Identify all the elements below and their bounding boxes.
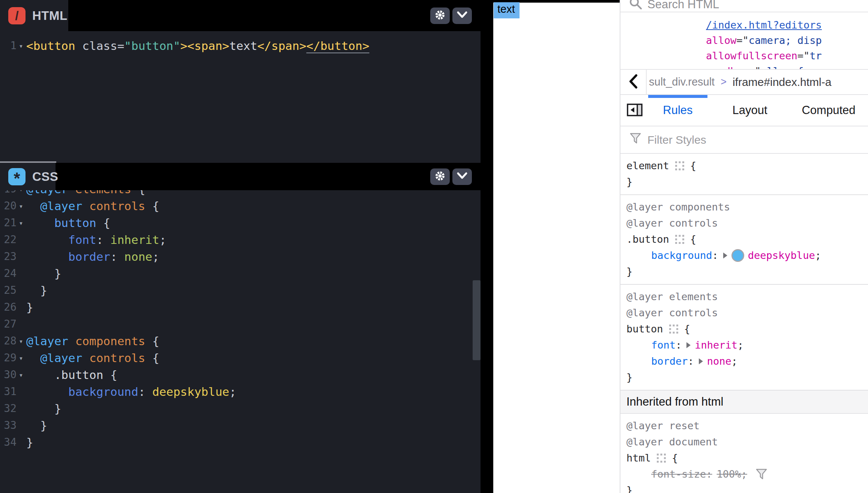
at-layer-label: @layer elements: [626, 289, 868, 305]
pane-toggle-button[interactable]: [626, 103, 643, 118]
css-icon: *: [8, 168, 26, 185]
code-line-content: border: none;: [26, 250, 159, 263]
declaration-semicolon: ;: [731, 355, 737, 367]
html-panel-actions: [430, 8, 472, 24]
code-line-content: }: [26, 284, 47, 297]
open-brace: {: [690, 160, 696, 171]
css-declaration[interactable]: background:deepskyblue;: [626, 247, 868, 263]
html-code-editor[interactable]: 1▾<button class="button"><span>text</spa…: [0, 31, 481, 162]
rule-selector-line[interactable]: button{: [626, 321, 868, 337]
declaration-text: border:none;: [651, 355, 737, 367]
markup-line[interactable]: /index.html?editors: [620, 17, 868, 33]
code-line-content: }: [26, 436, 33, 449]
breadcrumb-parent-node[interactable]: sult_div.result: [649, 76, 715, 88]
chevron-down-icon: [457, 172, 468, 181]
code-line: 29▾ @layer controls {: [0, 349, 481, 366]
code-line-content: @layer elements {: [26, 190, 145, 196]
property-value[interactable]: inherit: [695, 339, 737, 351]
line-gutter: 33: [0, 419, 26, 431]
rule-selector[interactable]: button: [626, 323, 663, 335]
property-value[interactable]: none: [707, 355, 731, 367]
grid-dots-icon[interactable]: [675, 161, 684, 170]
property-name[interactable]: font: [651, 339, 676, 351]
code-line-content: }: [26, 419, 47, 432]
property-value[interactable]: deepskyblue: [748, 250, 815, 261]
overridden-filter-icon[interactable]: [755, 469, 767, 480]
grid-dots-icon[interactable]: [657, 454, 666, 463]
at-layer-label: @layer components: [626, 199, 868, 215]
code-line: 27: [0, 316, 481, 332]
css-code-editor[interactable]: 19▾@layer elements {20▾ @layer controls …: [0, 190, 481, 493]
expand-arrow-icon[interactable]: [698, 358, 703, 365]
previewed-button-element[interactable]: text: [494, 2, 520, 18]
property-name[interactable]: border: [651, 355, 688, 367]
property-name[interactable]: background: [651, 250, 712, 261]
html-settings-button[interactable]: [430, 8, 450, 24]
css-panel-tab[interactable]: * CSS: [0, 163, 56, 190]
markup-line[interactable]: allow="camera; disp: [620, 33, 868, 48]
search-html-input[interactable]: Search HTML: [620, 0, 868, 12]
fold-arrow-icon[interactable]: ▾: [17, 354, 26, 362]
tab-computed[interactable]: Computed: [793, 95, 864, 126]
property-colon: :: [706, 468, 712, 480]
css-settings-button[interactable]: [430, 168, 450, 185]
html-icon: /: [8, 7, 26, 24]
rule-selector-line[interactable]: .button{: [626, 231, 868, 247]
line-number: 20: [4, 200, 17, 212]
line-gutter: 25: [0, 284, 26, 296]
expand-arrow-icon[interactable]: [686, 342, 691, 349]
css-panel-title: CSS: [32, 170, 58, 184]
line-number: 24: [4, 267, 17, 280]
code-line: 20▾ @layer controls {: [0, 197, 481, 214]
close-brace: }: [626, 263, 868, 280]
color-swatch[interactable]: [731, 249, 744, 262]
property-value[interactable]: 100%: [717, 468, 741, 480]
css-declaration[interactable]: border:none;: [626, 353, 868, 369]
tab-rules[interactable]: Rules: [648, 95, 707, 126]
rule-selector-line[interactable]: html{: [626, 450, 868, 466]
css-declaration[interactable]: font:inherit;: [626, 337, 868, 353]
declaration-semicolon: ;: [741, 468, 747, 480]
expand-arrow-icon[interactable]: [723, 252, 728, 259]
html-panel-tab[interactable]: / HTML: [0, 0, 68, 31]
declaration-semicolon: ;: [737, 339, 743, 351]
grid-dots-icon[interactable]: [675, 235, 684, 244]
breadcrumb-selected-node[interactable]: iframe#index.html-a: [733, 76, 868, 89]
css-declaration[interactable]: font-size:100%;: [626, 466, 868, 482]
markup-view[interactable]: /index.html?editorsallow="camera; dispal…: [620, 12, 868, 69]
line-gutter: 31: [0, 385, 26, 398]
search-inner: Search HTML: [629, 0, 719, 12]
breadcrumb-back-button[interactable]: [620, 70, 647, 94]
line-number: 34: [4, 436, 17, 448]
at-layer-label: @layer controls: [626, 215, 868, 231]
panel-resize-handle[interactable]: [0, 161, 56, 163]
filter-styles-input[interactable]: Filter Styles: [620, 126, 868, 154]
fold-arrow-icon[interactable]: ▾: [17, 371, 26, 379]
fold-arrow-icon[interactable]: ▾: [17, 190, 26, 193]
markup-line[interactable]: sandbox="allow-f: [620, 63, 868, 69]
rule-selector-line[interactable]: element{: [626, 158, 868, 174]
rule-selector[interactable]: element: [626, 160, 669, 171]
css-editor-scrollbar[interactable]: [473, 280, 481, 360]
fold-arrow-icon[interactable]: ▾: [17, 202, 26, 210]
editor-preview-gap: [481, 0, 493, 493]
fold-arrow-icon[interactable]: ▾: [17, 219, 26, 227]
html-collapse-button[interactable]: [452, 8, 472, 24]
grid-dots-icon[interactable]: [669, 325, 678, 334]
sidebar-tabs: RulesLayoutComputed: [620, 95, 868, 126]
property-name[interactable]: font-size: [651, 468, 706, 480]
code-line-content: }: [26, 402, 61, 415]
tab-layout[interactable]: Layout: [722, 95, 778, 126]
fold-arrow-icon[interactable]: ▾: [17, 42, 26, 50]
fold-arrow-icon[interactable]: ▾: [17, 337, 26, 345]
css-collapse-button[interactable]: [452, 168, 472, 185]
code-line: 34}: [0, 434, 481, 451]
chevron-down-icon: [457, 11, 468, 20]
markup-line[interactable]: allowfullscreen="tr: [620, 48, 868, 63]
rule-selector[interactable]: html: [626, 452, 651, 464]
line-number: 22: [4, 233, 17, 246]
line-number: 33: [4, 419, 17, 431]
breadcrumb-separator-icon: >: [721, 76, 727, 88]
code-line: 30▾ .button {: [0, 366, 481, 383]
rule-selector[interactable]: .button: [626, 233, 669, 245]
